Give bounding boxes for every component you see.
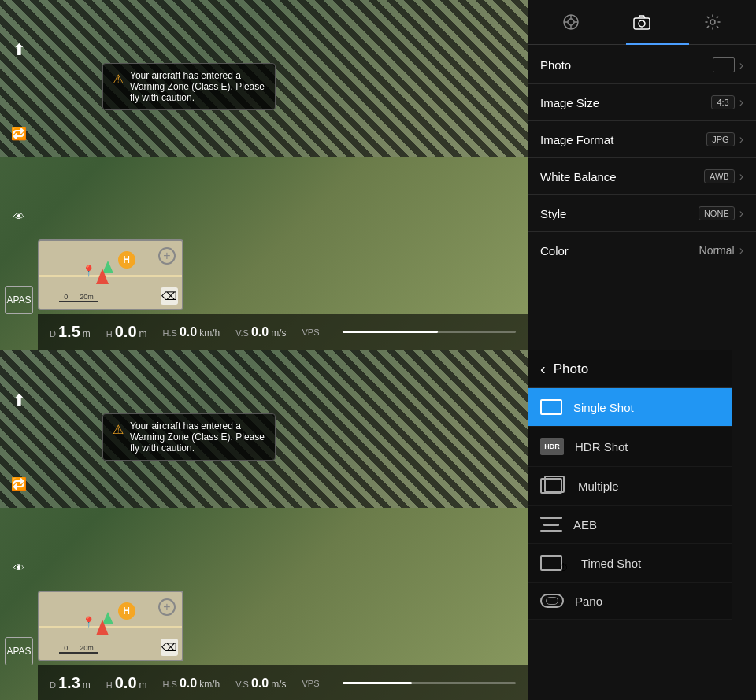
photo-chevron: › — [739, 58, 743, 72]
vps-display-bottom: VPS — [302, 679, 319, 688]
style-value: NONE › — [699, 206, 743, 220]
warning-icon-top: ⚠ — [113, 72, 124, 87]
home-marker-bottom: H — [118, 602, 135, 620]
tab-settings-top[interactable] — [697, 6, 728, 38]
camera-mode-button-bottom[interactable]: 🔁 — [5, 469, 33, 498]
color-chevron: › — [739, 243, 743, 257]
progress-bar-bottom — [343, 682, 516, 684]
color-setting-row[interactable]: Color Normal › — [528, 232, 756, 269]
direction-arrow-top — [96, 269, 109, 284]
hdr-shot-label: HDR Shot — [575, 440, 628, 454]
image-size-chevron: › — [739, 95, 743, 109]
photo-value-icon — [713, 57, 735, 72]
mini-map-top[interactable]: H 📍 0 20m ⌫ — [38, 239, 183, 310]
progress-bar-top — [343, 331, 516, 333]
direction-arrow-bottom — [96, 620, 109, 635]
home-marker-top: H — [118, 251, 135, 269]
image-format-value: JPG › — [706, 132, 743, 146]
location-icon-bottom: 📍 — [82, 616, 95, 628]
vps-display-top: VPS — [302, 328, 319, 337]
aeb-label: AEB — [573, 518, 597, 531]
apas-button-bottom[interactable]: APAS — [5, 637, 33, 665]
aeb-item[interactable]: AEB — [528, 506, 732, 544]
camera-mode-button-top[interactable]: 🔁 — [5, 119, 33, 147]
pano-item[interactable]: Pano — [528, 583, 732, 620]
photo-dropdown: ‹ Photo Single Shot HDR HDR Shot Multipl… — [528, 350, 732, 620]
distance-display-top: D 1.5 m — [50, 323, 91, 341]
style-setting-row[interactable]: Style NONE › — [528, 195, 756, 232]
apas-button-top[interactable]: APAS — [5, 286, 33, 314]
back-button[interactable]: ‹ — [540, 360, 546, 378]
pano-label: Pano — [575, 594, 602, 608]
svg-point-7 — [639, 20, 645, 27]
horizontal-speed-top: H.S 0.0 km/h — [163, 325, 220, 339]
dropdown-title: Photo — [554, 361, 588, 377]
timed-shot-icon: ⏱ — [540, 555, 562, 571]
white-balance-value: AWB › — [704, 169, 743, 183]
multiple-item[interactable]: Multiple — [528, 467, 732, 506]
color-value: Normal › — [699, 243, 743, 257]
height-display-top: H 0.0 m — [106, 323, 147, 341]
tab-camera-top[interactable] — [626, 6, 658, 38]
right-panel-bottom: ‹ Photo Single Shot HDR HDR Shot Multipl… — [528, 350, 756, 700]
clear-map-button-bottom[interactable]: ⌫ — [161, 639, 178, 656]
upload-button-top[interactable]: ⬆ — [5, 35, 33, 64]
progress-fill-top — [343, 331, 438, 333]
left-sidebar-bottom: ⬆ 🔁 👁 APAS — [0, 350, 38, 700]
single-shot-icon — [540, 399, 562, 415]
right-panel-top: Photo › Image Size 4:3 › Image Format JP… — [528, 0, 756, 350]
timed-shot-label: Timed Shot — [581, 557, 641, 570]
map-road-top — [39, 275, 182, 277]
svg-rect-6 — [634, 18, 650, 29]
camera-view-bottom: ⬆ 🔁 👁 APAS ⚠ Your aircraft has entered a… — [0, 350, 528, 700]
photo-setting-row[interactable]: Photo › — [528, 46, 756, 84]
hdr-shot-item[interactable]: HDR HDR Shot — [528, 427, 732, 467]
white-balance-setting-row[interactable]: White Balance AWB › — [528, 158, 756, 195]
active-tab-indicator — [626, 43, 689, 45]
white-balance-label: White Balance — [540, 170, 617, 183]
left-sidebar-top: ⬆ 🔁 👁 APAS — [0, 0, 38, 350]
photo-setting-label: Photo — [540, 58, 571, 72]
single-shot-label: Single Shot — [573, 401, 634, 414]
aeb-icon — [540, 517, 562, 532]
height-display-bottom: H 0.0 m — [106, 674, 147, 692]
white-balance-chevron: › — [739, 169, 743, 183]
multiple-label: Multiple — [578, 480, 619, 493]
image-format-setting-row[interactable]: Image Format JPG › — [528, 121, 756, 158]
style-badge: NONE — [699, 206, 735, 220]
warning-text-bottom: Your aircraft has entered a Warning Zone… — [130, 420, 265, 454]
map-inner-bottom: H 📍 0 20m ⌫ — [39, 592, 182, 660]
crosshair-top[interactable] — [158, 247, 176, 265]
upload-button-bottom[interactable]: ⬆ — [5, 386, 33, 414]
style-chevron: › — [739, 206, 743, 220]
dropdown-header: ‹ Photo — [528, 350, 732, 388]
warning-icon-bottom: ⚠ — [113, 422, 124, 437]
image-format-chevron: › — [739, 132, 743, 146]
telemetry-bar-top: D 1.5 m H 0.0 m H.S 0.0 km/h V.S 0.0 m/s… — [38, 314, 528, 350]
tab-row-top — [528, 0, 756, 45]
map-scale-bottom: 0 20m — [59, 644, 98, 654]
single-shot-item[interactable]: Single Shot — [528, 388, 732, 427]
warning-box-top: ⚠ Your aircraft has entered a Warning Zo… — [102, 63, 276, 110]
telemetry-bar-bottom: D 1.3 m H 0.0 m H.S 0.0 km/h V.S 0.0 m/s… — [38, 665, 528, 700]
autopilot-button-bottom[interactable]: 👁 — [5, 554, 33, 582]
top-panel: ⬆ 🔁 👁 APAS ⚠ Your aircraft has entered a… — [0, 0, 756, 350]
photo-setting-value: › — [713, 57, 743, 72]
tab-filter-top[interactable] — [555, 6, 587, 38]
color-label: Color — [540, 244, 569, 257]
location-icon-top: 📍 — [82, 265, 95, 277]
horizontal-speed-bottom: H.S 0.0 km/h — [163, 676, 220, 691]
map-scale-top: 0 20m — [59, 293, 98, 302]
style-label: Style — [540, 207, 566, 220]
white-balance-badge: AWB — [704, 169, 735, 183]
autopilot-button-top[interactable]: 👁 — [5, 202, 33, 231]
image-format-badge: JPG — [706, 132, 734, 146]
image-size-setting-row[interactable]: Image Size 4:3 › — [528, 84, 756, 121]
crosshair-bottom[interactable] — [158, 598, 176, 616]
clear-map-button-top[interactable]: ⌫ — [161, 287, 178, 305]
mini-map-bottom[interactable]: H 📍 0 20m ⌫ — [38, 591, 183, 661]
warning-text-top: Your aircraft has entered a Warning Zone… — [130, 70, 265, 103]
distance-display-bottom: D 1.3 m — [50, 674, 91, 692]
timed-shot-item[interactable]: ⏱ Timed Shot — [528, 544, 732, 583]
vertical-speed-top: V.S 0.0 m/s — [235, 325, 286, 339]
